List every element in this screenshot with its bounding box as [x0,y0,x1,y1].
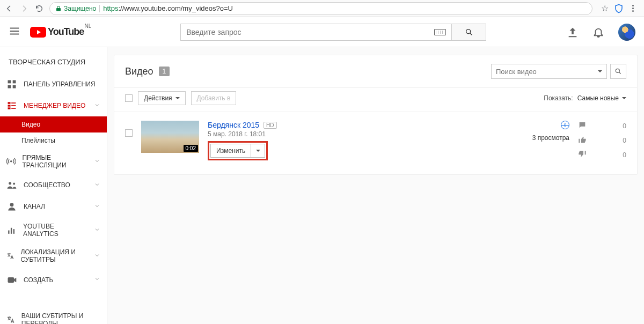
sidebar-item-analytics[interactable]: YOUTUBE ANALYTICS [0,217,107,243]
like-count: 0 [620,137,626,144]
sidebar-item-live[interactable]: ПРЯМЫЕ ТРАНСЛЯЦИИ [0,149,107,174]
chevron-down-icon [94,252,100,260]
svg-rect-6 [11,102,16,104]
svg-rect-17 [13,229,14,234]
engagement-block: 0 0 0 [578,121,626,160]
bookmark-star-icon[interactable]: ☆ [601,3,609,13]
svg-rect-1 [8,80,11,84]
address-bar[interactable]: Защищено https://www.youtube.com/my_vide… [49,2,592,15]
translate-icon [6,251,14,261]
video-thumbnail[interactable]: 0:02 [141,121,199,153]
browser-toolbar: Защищено https://www.youtube.com/my_vide… [0,0,644,17]
svg-rect-5 [8,102,11,104]
back-icon[interactable] [4,4,14,13]
chevron-down-icon [94,181,100,189]
svg-point-13 [13,183,15,185]
forward-icon[interactable] [19,4,29,13]
sidebar-sub-playlists[interactable]: Плейлисты [0,132,107,149]
sidebar-item-your-subs[interactable]: ВАШИ СУБТИТРЫ И ПЕРЕВОДЫ [0,307,107,324]
sidebar-item-channel[interactable]: КАНАЛ [0,196,107,217]
videos-search-button[interactable] [610,64,626,79]
search-box [180,24,486,41]
chevron-down-icon [94,102,100,110]
actions-button[interactable]: Действия [138,91,186,105]
upload-icon[interactable] [567,26,579,38]
lock-icon: Защищено [55,5,96,12]
dashboard-icon [6,79,17,90]
hamburger-icon[interactable] [9,25,20,39]
reload-icon[interactable] [34,4,44,13]
sidebar-item-localization[interactable]: ЛОКАЛИЗАЦИЯ И СУБТИТРЫ [0,243,107,269]
hd-badge: HD [264,122,276,129]
videos-search[interactable] [491,64,607,79]
dislike-count: 0 [620,151,626,159]
secure-label: Защищено [64,5,96,12]
avatar[interactable] [618,24,635,41]
sidebar-sub-videos[interactable]: Видео [0,116,107,132]
video-title-link[interactable]: Бердянск 2015 [208,121,259,129]
caret-down-icon [598,70,602,72]
caret-down-icon [175,97,180,99]
videos-panel: Видео 1 Действия Добав [114,55,638,175]
analytics-icon [6,225,17,235]
video-manager-icon [6,100,17,111]
svg-rect-7 [8,105,11,106]
sidebar-heading: ТВОРЧЕСКАЯ СТУДИЯ [0,53,107,73]
masthead: YouTube NL [0,17,644,47]
browser-menu-icon[interactable] [629,5,636,12]
visibility-public-icon [561,121,569,129]
keyboard-icon[interactable] [434,29,446,35]
svg-rect-15 [8,230,9,233]
country-code: NL [85,23,92,29]
edit-button[interactable]: Изменить [210,144,251,158]
search-input[interactable] [186,28,430,36]
toolbar: Действия Добавить в Показать: Самые новы… [114,87,637,112]
like-icon [578,135,587,145]
videos-search-input[interactable] [496,68,595,76]
svg-point-14 [10,203,14,207]
chevron-down-icon [94,158,100,166]
youtube-logo[interactable]: YouTube NL [30,26,84,38]
svg-point-19 [616,69,619,72]
caret-down-icon [622,97,626,99]
chevron-down-icon [94,276,100,284]
edit-caret-button[interactable] [251,144,265,158]
search-button[interactable] [451,24,486,41]
comment-count: 0 [620,122,626,130]
svg-rect-10 [11,108,16,109]
video-count-badge: 1 [159,67,170,76]
sort-select[interactable]: Самые новые [577,94,626,102]
youtube-play-icon [30,27,46,38]
bell-icon[interactable] [592,26,604,38]
sidebar: ТВОРЧЕСКАЯ СТУДИЯ ПАНЕЛЬ УПРАВЛЕНИЯ МЕНЕ… [0,47,107,324]
channel-icon [6,201,17,212]
main-content: Видео 1 Действия Добав [107,47,644,324]
svg-rect-18 [8,277,14,283]
view-count: 3 просмотра [489,134,569,142]
sidebar-item-video-manager[interactable]: МЕНЕДЖЕР ВИДЕО [0,95,107,116]
url-text: https://www.youtube.com/my_videos?o=U [103,4,233,12]
svg-rect-9 [8,107,11,109]
edit-button-highlight: Изменить [208,141,268,160]
subtitles-icon [6,314,15,324]
page-title: Видео 1 [125,66,170,77]
svg-point-11 [10,160,12,163]
sidebar-item-dashboard[interactable]: ПАНЕЛЬ УПРАВЛЕНИЯ [0,73,107,95]
video-row: 0:02 Бердянск 2015 HD 5 мар. 2018 г. 18:… [114,112,637,174]
sidebar-item-community[interactable]: СООБЩЕСТВО [0,174,107,196]
shield-icon[interactable] [614,4,624,13]
chevron-down-icon [94,203,100,211]
create-icon [6,275,17,285]
sidebar-item-create[interactable]: СОЗДАТЬ [0,269,107,291]
svg-point-12 [9,182,11,185]
community-icon [6,180,17,190]
video-duration: 0:02 [184,145,198,152]
svg-rect-16 [11,227,12,233]
row-checkbox[interactable] [125,129,133,137]
show-label: Показать: [544,94,573,102]
addto-button[interactable]: Добавить в [191,91,237,105]
svg-rect-2 [13,80,16,84]
svg-rect-8 [11,105,16,106]
select-all-checkbox[interactable] [125,94,133,102]
live-icon [6,156,16,167]
